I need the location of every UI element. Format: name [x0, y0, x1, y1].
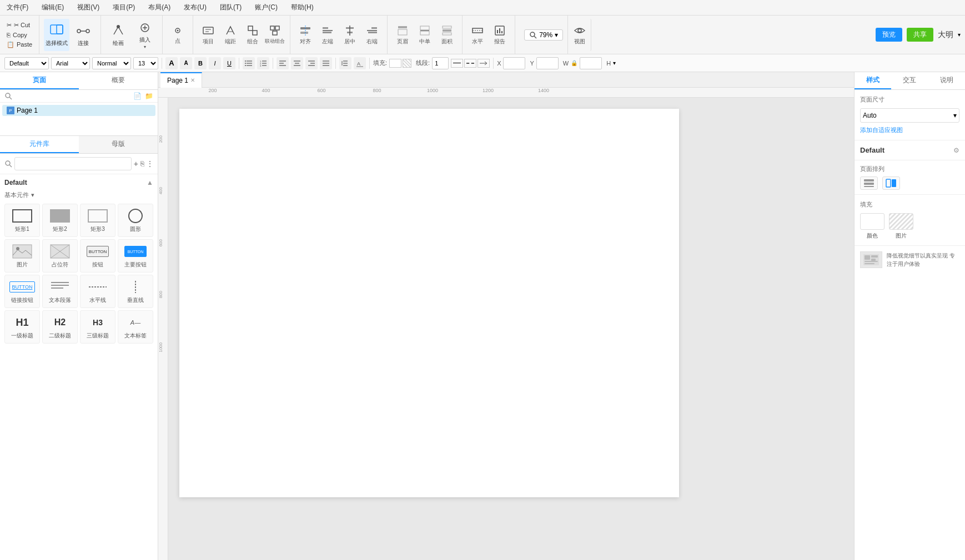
underline-button[interactable]: U [223, 57, 235, 69]
view-button[interactable]: 视图 [570, 19, 591, 51]
page-item-1[interactable]: P Page 1 [2, 105, 155, 116]
stroke-color-swatch[interactable] [451, 59, 463, 68]
page-size-select[interactable]: Auto ▾ [860, 108, 959, 123]
line-height-button[interactable] [339, 57, 351, 69]
report-button[interactable]: 报告 [489, 19, 510, 51]
select-mode-button[interactable]: 选择模式 [44, 19, 69, 51]
share-button[interactable]: 共享 [907, 28, 933, 42]
comp-hline[interactable]: 水平线 [80, 275, 115, 308]
comp-textpara[interactable]: 文本段落 [42, 275, 78, 308]
font-size-select[interactable]: 13 [133, 57, 158, 69]
list-button[interactable] [243, 57, 255, 69]
x-input[interactable] [503, 57, 525, 69]
face-button[interactable]: 面积 [436, 19, 458, 51]
tab-doc[interactable]: 说明 [928, 72, 965, 89]
mid-button[interactable]: 中单 [414, 19, 435, 51]
comp-add-icon[interactable]: + [134, 159, 138, 168]
stroke-arrow-swatch[interactable] [478, 59, 490, 68]
font-large-button[interactable]: A [165, 57, 178, 69]
right-align-button[interactable]: 右端 [361, 19, 383, 51]
comp-vline[interactable]: 垂直线 [118, 275, 153, 308]
comp-h2[interactable]: H2 二级标题 [42, 310, 78, 344]
point-button[interactable]: 点 [167, 19, 188, 51]
comp-more-icon[interactable]: ⋮ [147, 160, 153, 168]
menu-team[interactable]: 团队(T) [218, 2, 244, 13]
comp-linkbutton[interactable]: BUTTON 链接按钮 [4, 275, 40, 308]
fill-none-swatch[interactable] [403, 59, 411, 68]
connect-button[interactable]: 连接 [71, 19, 96, 51]
default-settings-icon[interactable]: ⚙ [953, 147, 959, 154]
fill-image-option[interactable]: 图片 [889, 213, 913, 240]
text-right-button[interactable] [305, 57, 318, 69]
center-button[interactable]: 居中 [339, 19, 360, 51]
canvas-scroll[interactable] [168, 98, 854, 560]
hwater-button[interactable]: 水平 [467, 19, 488, 51]
add-adaptive-link[interactable]: 添加自适应视图 [860, 126, 959, 134]
zoom-button[interactable]: 79% ▾ [524, 29, 563, 41]
cut-button[interactable]: ✂ ✂ Cut [4, 21, 34, 30]
menu-account[interactable]: 账户(C) [253, 2, 280, 13]
comp-mainbutton[interactable]: BUTTON 主要按钮 [118, 239, 153, 273]
menu-layout[interactable]: 布局(A) [146, 2, 173, 13]
char-spacing-button[interactable]: A [354, 57, 366, 69]
text-left-button[interactable] [277, 57, 289, 69]
section-collapse-icon[interactable]: ▲ [147, 179, 153, 186]
tab-style[interactable]: 样式 [855, 72, 891, 89]
menu-edit[interactable]: 编辑(E) [39, 2, 66, 13]
comp-placeholder[interactable]: 占位符 [42, 239, 78, 273]
arrange-multi-col-button[interactable] [882, 176, 900, 190]
project-button[interactable]: 项目 [198, 19, 219, 51]
stroke-width-input[interactable] [432, 57, 449, 69]
italic-button[interactable]: I [209, 57, 221, 69]
comp-textlabel[interactable]: A— 文本标签 [118, 310, 153, 344]
comp-rect1[interactable]: 矩形1 [4, 204, 40, 237]
canvas-tab-close[interactable]: ✕ [190, 77, 195, 83]
style-button[interactable]: 端距 [220, 19, 241, 51]
tab-library[interactable]: 元件库 [0, 136, 79, 153]
y-input[interactable] [536, 57, 559, 69]
page-button[interactable]: 页眉 [392, 19, 413, 51]
text-justify-button[interactable] [320, 57, 332, 69]
fill-color-swatch[interactable] [389, 59, 401, 68]
left-align-button[interactable]: 左端 [317, 19, 338, 51]
add-file-icon[interactable]: 📄 [133, 92, 142, 100]
comp-rect3[interactable]: 矩形3 [80, 204, 115, 237]
copy-button[interactable]: ⎘ Copy [4, 31, 34, 39]
menu-project[interactable]: 项目(P) [110, 2, 137, 13]
draw-button[interactable]: 绘画 [105, 19, 131, 51]
comp-rect2[interactable]: 矩形2 [42, 204, 78, 237]
style-type-select[interactable]: Normal [92, 57, 131, 69]
text-center-button[interactable] [291, 57, 303, 69]
extra-ops-button[interactable]: 联动组合 [264, 19, 285, 51]
comp-copy-icon[interactable]: ⎘ [140, 160, 144, 168]
insert-button[interactable]: 插入 ▾ [132, 19, 158, 51]
align-button[interactable]: 对齐 [295, 19, 316, 51]
font-small-button[interactable]: A [180, 57, 192, 69]
canvas-tab-page1[interactable]: Page 1 ✕ [160, 72, 202, 88]
fill-color-option[interactable]: 颜色 [860, 213, 884, 240]
w-input[interactable] [580, 57, 602, 69]
tab-overview[interactable]: 概要 [79, 72, 158, 89]
arrange-single-col-button[interactable] [860, 176, 878, 190]
add-folder-icon[interactable]: 📁 [145, 92, 153, 100]
stroke-style-swatch[interactable] [464, 59, 476, 68]
comp-button[interactable]: BUTTON 按钮 [80, 239, 115, 273]
comp-h3[interactable]: H3 三级标题 [80, 310, 115, 344]
paste-button[interactable]: 📋 Paste [4, 40, 34, 49]
bold-button[interactable]: B [194, 57, 207, 69]
tab-pages[interactable]: 页面 [0, 72, 79, 89]
menu-view[interactable]: 视图(V) [75, 2, 102, 13]
ordered-list-button[interactable]: 1.2.3. [257, 57, 269, 69]
merge-button[interactable]: 组合 [242, 19, 263, 51]
comp-h1[interactable]: H1 一级标题 [4, 310, 40, 344]
comp-circle[interactable]: 圆形 [118, 204, 153, 237]
font-select[interactable]: Arial [51, 57, 90, 69]
menu-publish[interactable]: 发布(U) [182, 2, 209, 13]
style-select[interactable]: Default [4, 57, 49, 69]
menu-help[interactable]: 帮助(H) [289, 2, 316, 13]
comp-image[interactable]: 图片 [4, 239, 40, 273]
preview-button[interactable]: 预览 [876, 28, 902, 42]
component-search-input[interactable] [14, 157, 132, 170]
menu-file[interactable]: 文件(F) [4, 2, 31, 13]
tab-interact[interactable]: 交互 [891, 72, 928, 89]
